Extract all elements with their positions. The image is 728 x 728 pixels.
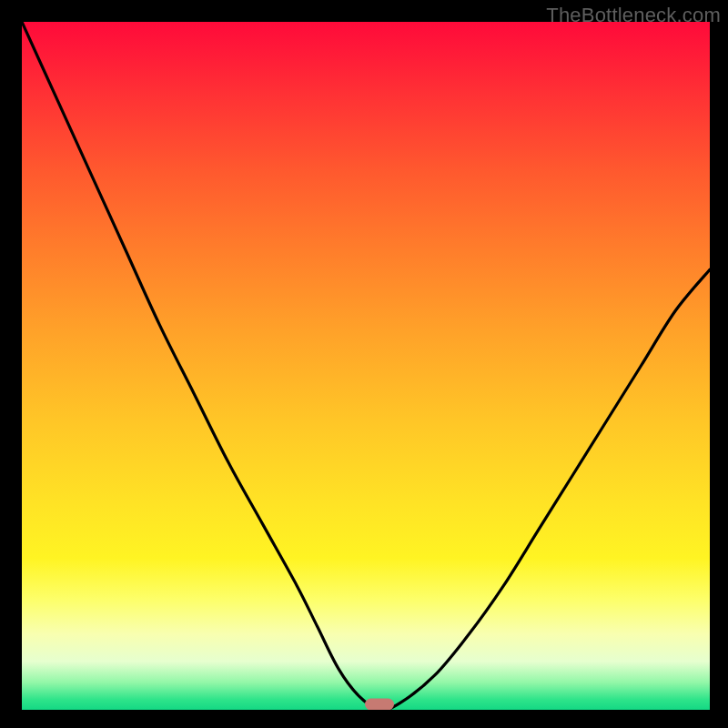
watermark-text: TheBottleneck.com <box>546 4 721 27</box>
chart-frame: TheBottleneck.com <box>0 0 728 728</box>
minimum-marker <box>365 699 394 711</box>
plot-area <box>22 22 710 710</box>
bottleneck-curve <box>22 22 710 710</box>
